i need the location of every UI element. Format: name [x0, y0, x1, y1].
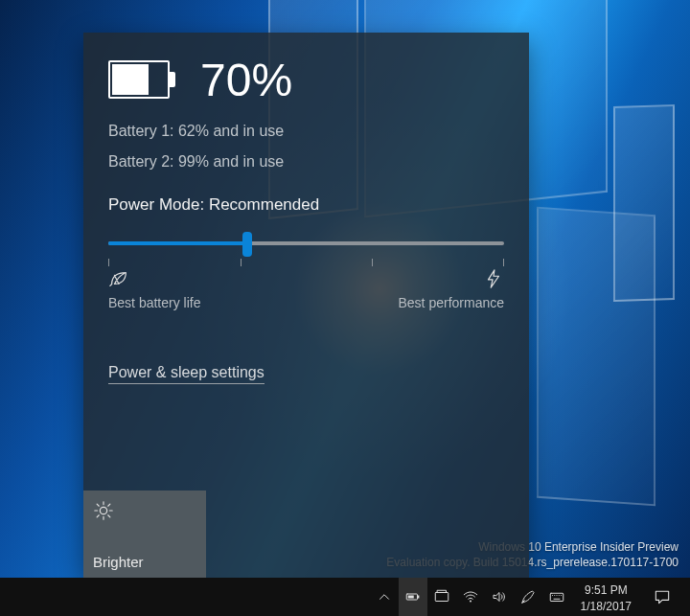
brightness-label: Brighter	[93, 554, 196, 570]
svg-line-6	[108, 515, 110, 517]
best-battery-label: Best battery life	[108, 295, 201, 310]
power-mode-label: Power Mode: Recommended	[108, 195, 504, 215]
svg-line-5	[97, 504, 99, 506]
battery-flyout: 70% Battery 1: 62% and in use Battery 2:…	[83, 33, 529, 578]
tray-overflow-chevron[interactable]	[370, 578, 399, 616]
battery-percent: 70%	[200, 57, 292, 103]
svg-rect-12	[435, 593, 448, 602]
volume-tray-icon[interactable]	[485, 578, 514, 616]
battery-header: 70%	[108, 57, 504, 103]
action-center-icon[interactable]	[641, 587, 683, 606]
clock-time: 9:51 PM	[581, 582, 632, 598]
battery-2-status: Battery 2: 99% and in use	[108, 153, 504, 171]
svg-line-7	[97, 515, 99, 517]
svg-point-0	[100, 507, 106, 513]
clock-date: 1/18/2017	[581, 599, 632, 614]
power-mode-slider[interactable]	[108, 232, 504, 255]
tray-clock[interactable]: 9:51 PM 1/18/2017	[571, 580, 641, 613]
keyboard-tray-icon[interactable]	[542, 578, 571, 616]
svg-rect-15	[550, 593, 564, 601]
power-sleep-settings-link[interactable]: Power & sleep settings	[108, 364, 264, 384]
lightning-icon	[483, 268, 504, 289]
battery-1-status: Battery 1: 62% and in use	[108, 123, 504, 140]
pen-tray-icon[interactable]	[514, 578, 542, 616]
wifi-tray-icon[interactable]	[456, 578, 485, 616]
svg-line-8	[108, 504, 110, 506]
svg-rect-10	[417, 596, 419, 599]
svg-rect-11	[407, 596, 413, 599]
battery-icon	[108, 60, 179, 101]
power-mode-legend: Best battery life Best performance	[108, 268, 504, 310]
task-view-icon[interactable]	[427, 578, 456, 616]
battery-tray-icon[interactable]	[399, 578, 427, 616]
system-tray: 9:51 PM 1/18/2017	[370, 578, 690, 616]
brightness-icon	[93, 500, 114, 521]
svg-rect-13	[437, 590, 446, 592]
brightness-tile[interactable]: Brighter	[83, 491, 206, 578]
best-performance-label: Best performance	[399, 295, 505, 310]
taskbar: 9:51 PM 1/18/2017	[0, 578, 690, 616]
leaf-icon	[108, 268, 201, 289]
svg-point-14	[470, 601, 472, 603]
